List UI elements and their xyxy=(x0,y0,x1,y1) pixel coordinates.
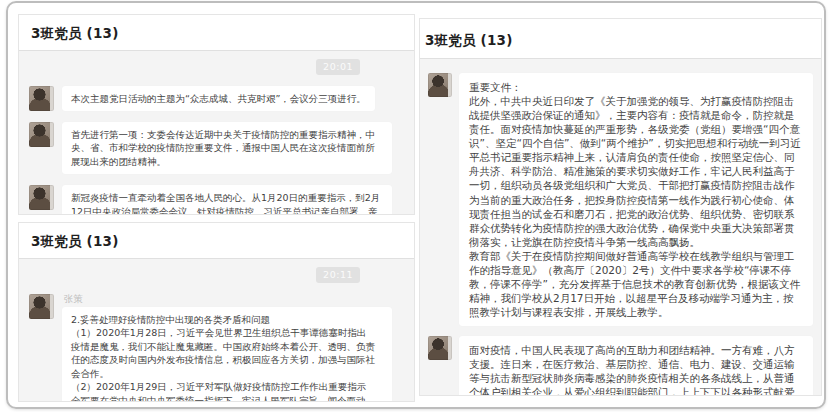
message-row: 张策 2.妥善处理好疫情防控中出现的各类矛盾和问题 （1）2020年1月28日，… xyxy=(29,294,404,402)
chat-title: 3班党员 (13) xyxy=(31,25,119,43)
sender-name: 张策 xyxy=(64,294,404,304)
message-row: 首先进行第一项：支委会传达近期中央关于疫情防控的重要指示精神，中央、省、市和学校… xyxy=(29,122,404,174)
message-bubble: 首先进行第一项：支委会传达近期中央关于疫情防控的重要指示精神，中央、省、市和学校… xyxy=(62,122,392,174)
chat-title: 3班党员 (13) xyxy=(31,233,119,251)
chat-window-1: 3班党员 (13) 20:01 本次主题党日活动的主题为“众志成城、共克时艰”，… xyxy=(18,14,415,215)
timestamp-badge: 20:01 xyxy=(316,59,360,75)
timestamp-badge: 20:11 xyxy=(316,267,360,283)
message-row: 新冠炎疫情一直牵动着全国各地人民的心。从1月20日的重要指示，到2月12日中央政… xyxy=(29,185,404,214)
chat-window-2: 3班党员 (13) 20:11 张策 2.妥善处理好疫情防控中出现的各类矛盾和问… xyxy=(18,222,415,402)
avatar[interactable] xyxy=(29,86,54,111)
message-bubble: 面对疫情，中国人民表现了高尚的互助力和团结精神。一方有难，八方支援。连日来，在医… xyxy=(459,336,813,395)
avatar[interactable] xyxy=(29,185,54,210)
chat-header: 3班党员 (13) xyxy=(420,19,821,59)
chat-header: 3班党员 (13) xyxy=(19,15,414,51)
chat-window-3: 3班党员 (13) 重要文件： 此外，中共中央近日印发了《关于加强党的领导、为打… xyxy=(419,18,822,396)
avatar[interactable] xyxy=(29,294,54,319)
message-bubble: 新冠炎疫情一直牵动着全国各地人民的心。从1月20日的重要指示，到2月12日中央政… xyxy=(62,185,392,214)
avatar[interactable] xyxy=(29,122,54,147)
timestamp-row: 20:11 xyxy=(29,263,404,283)
avatar[interactable] xyxy=(428,336,452,360)
avatar[interactable] xyxy=(428,73,452,97)
message-row: 本次主题党日活动的主题为“众志成城、共克时艰”，会议分三项进行。 xyxy=(29,86,404,111)
chat-message-area: 20:11 张策 2.妥善处理好疫情防控中出现的各类矛盾和问题 （1）2020年… xyxy=(19,259,414,401)
message-bubble: 本次主题党日活动的主题为“众志成城、共克时艰”，会议分三项进行。 xyxy=(62,86,375,111)
message-row: 面对疫情，中国人民表现了高尚的互助力和团结精神。一方有难，八方支援。连日来，在医… xyxy=(428,336,813,395)
chat-title: 3班党员 (13) xyxy=(425,32,513,50)
chat-message-area: 重要文件： 此外，中共中央近日印发了《关于加强党的领导、为打赢疫情防控阻击战提供… xyxy=(420,59,821,395)
chat-message-area: 20:01 本次主题党日活动的主题为“众志成城、共克时艰”，会议分三项进行。 首… xyxy=(19,51,414,214)
message-bubble: 重要文件： 此外，中共中央近日印发了《关于加强党的领导、为打赢疫情防控阻击战提供… xyxy=(459,73,813,326)
timestamp-row: 20:01 xyxy=(29,55,404,75)
message-bubble: 2.妥善处理好疫情防控中出现的各类矛盾和问题 （1）2020年1月28日，习近平… xyxy=(62,307,392,401)
chat-header: 3班党员 (13) xyxy=(19,223,414,259)
message-row: 重要文件： 此外，中共中央近日印发了《关于加强党的领导、为打赢疫情防控阻击战提供… xyxy=(428,73,813,326)
